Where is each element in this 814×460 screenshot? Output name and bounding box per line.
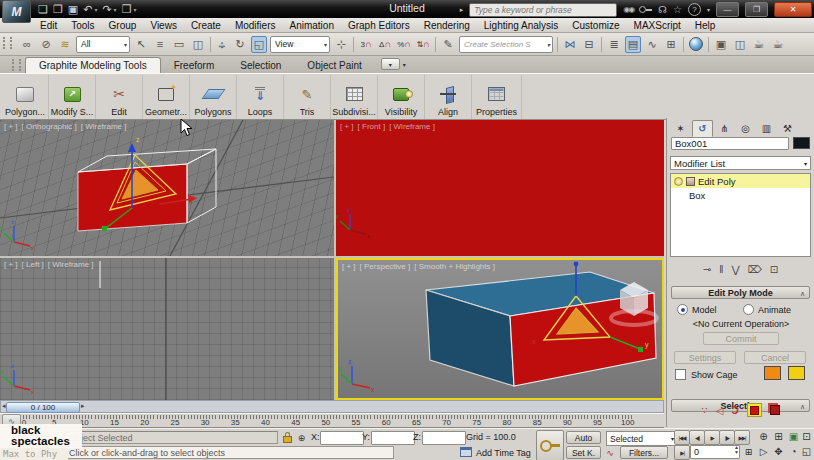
model-radio[interactable] — [677, 304, 688, 315]
add-time-tag-icon[interactable] — [460, 447, 472, 457]
create-tab-icon[interactable]: ✶ — [671, 121, 690, 136]
ribbon-button-align[interactable]: Align — [425, 75, 472, 119]
align-icon[interactable]: ⊟ — [581, 36, 597, 53]
search-expand-icon[interactable]: ▸ — [460, 6, 464, 14]
zoom-extents-all-icon[interactable]: ⊡ — [799, 430, 814, 443]
ribbon-overflow-icon[interactable]: ▾ — [403, 61, 406, 68]
display-tab-icon[interactable]: ▥ — [757, 121, 776, 136]
menu-item[interactable]: MAXScript — [627, 20, 688, 31]
commit-button[interactable]: Commit — [703, 332, 779, 345]
material-editor-icon[interactable] — [688, 36, 704, 53]
remove-modifier-icon[interactable]: ⌦ — [748, 264, 762, 275]
ribbon-button-geometry-all[interactable]: ✦ Geometr... — [143, 75, 190, 119]
mirror-icon[interactable]: ⋈ — [562, 36, 578, 53]
modifier-stack-item-edit-poly[interactable]: Edit Poly — [671, 174, 810, 188]
viewport-menu-icon[interactable]: [ + ] — [342, 262, 356, 271]
menu-item[interactable]: Graph Editors — [341, 20, 417, 31]
select-and-manipulate-icon[interactable]: ⊹ — [333, 36, 349, 53]
previous-frame-button[interactable]: ◀|| — [689, 430, 705, 445]
viewport-orthographic[interactable]: [ + ] [ Orthographic ] [ Wireframe ] — [0, 120, 334, 256]
modifier-stack-item-box[interactable]: Box — [671, 188, 810, 202]
show-end-result-icon[interactable]: ‖ — [719, 264, 723, 275]
zoom-all-icon[interactable]: ⊞ — [771, 430, 786, 443]
ribbon-button-edit[interactable]: ✂ Edit — [96, 75, 143, 119]
ribbon-tab[interactable]: Selection — [227, 58, 294, 73]
object-name-field[interactable]: Box001 — [671, 137, 789, 150]
modifier-enabled-bulb-icon[interactable] — [674, 177, 683, 186]
open-file-icon[interactable]: ❐ — [53, 3, 63, 16]
favorites-star-icon[interactable]: ☆ — [673, 4, 682, 15]
frame-spinner[interactable]: ▲▼ — [734, 445, 739, 455]
menu-item[interactable]: Animation — [282, 20, 340, 31]
edit-poly-mode-rollout-header[interactable]: Edit Poly Mode∧ — [671, 286, 810, 299]
minimize-button[interactable]: — — [716, 2, 739, 17]
hierarchy-tab-icon[interactable]: ⋔ — [715, 121, 734, 136]
search-icon[interactable]: ◉◉ — [623, 5, 633, 14]
track-bar[interactable]: 0510152025303540455055606570758085909510… — [0, 413, 664, 428]
rectangular-selection-region-icon[interactable]: ▭ — [171, 36, 187, 53]
time-slider-handle[interactable]: 0 / 100 — [6, 402, 80, 413]
ribbon-minimize-icon[interactable]: ▾ — [381, 58, 400, 70]
play-button[interactable]: ▶ — [704, 430, 720, 445]
ribbon-button-polygons[interactable]: Polygons — [190, 75, 237, 119]
reference-coordinate-dropdown[interactable]: View▾ — [270, 36, 330, 53]
settings-button[interactable]: Settings — [674, 351, 736, 364]
key-filters-curve-icon[interactable]: ∿ — [603, 446, 617, 459]
set-key-button[interactable]: Set K. — [566, 446, 601, 459]
menu-item[interactable]: Help — [688, 20, 723, 31]
curve-editor-icon[interactable]: ∿ — [644, 36, 660, 53]
next-frame-button[interactable]: ||▶ — [719, 430, 735, 445]
subscription-key-icon[interactable] — [639, 6, 652, 13]
viewport-name-label[interactable]: [ Left ] — [22, 260, 44, 269]
edit-named-selection-sets-icon[interactable]: ✎ — [440, 36, 456, 53]
viewport-shading-label[interactable]: [ Wireframe ] — [389, 122, 435, 131]
selection-filter-dropdown[interactable]: All▾ — [76, 36, 130, 53]
menu-item[interactable]: Views — [143, 20, 184, 31]
polygon-subobject-icon[interactable] — [747, 403, 762, 417]
border-subobject-icon[interactable]: Ɔ — [731, 405, 738, 416]
pan-hand-icon[interactable]: ✥ — [771, 445, 786, 458]
viewport-name-label[interactable]: [ Front ] — [358, 122, 386, 131]
render-production-teapot-icon[interactable]: ☕ — [751, 36, 767, 53]
ribbon-tab[interactable]: Freeform — [161, 58, 228, 73]
ribbon-button-loops[interactable]: ⇓ Loops — [237, 75, 284, 119]
time-slider-left-arrow[interactable]: ◂ — [2, 402, 6, 410]
schematic-view-icon[interactable]: ⊞ — [663, 36, 679, 53]
project-dropdown-icon[interactable]: ▾ — [134, 6, 137, 13]
ribbon-button-visibility[interactable]: Visibility — [378, 75, 425, 119]
zoom-icon[interactable]: ⊕ — [756, 430, 771, 443]
add-time-tag-label[interactable]: Add Time Tag — [476, 448, 531, 458]
time-configuration-icon[interactable]: ⊞ — [741, 445, 756, 458]
render-setup-icon[interactable]: ▣ — [713, 36, 729, 53]
snap-toggle-icon[interactable]: 3∩ — [358, 36, 374, 53]
x-coordinate-field[interactable] — [320, 431, 364, 445]
menu-item[interactable]: Lighting Analysis — [477, 20, 566, 31]
menu-item[interactable]: Customize — [565, 20, 626, 31]
viewport-shading-label[interactable]: [ Smooth + Highlights ] — [414, 262, 495, 271]
viewport-menu-icon[interactable]: [ + ] — [4, 122, 18, 131]
viewport-left[interactable]: [ + ] [ Left ] [ Wireframe ] z x y — [0, 258, 334, 400]
go-to-end-button[interactable]: ▶▶| — [734, 430, 750, 445]
render-iterative-teapot-icon[interactable]: ☕ — [770, 36, 786, 53]
ribbon-tab[interactable]: Object Paint — [294, 58, 374, 73]
menu-item[interactable]: Group — [102, 20, 144, 31]
modifier-list-dropdown[interactable]: Modifier List▾ — [670, 156, 811, 170]
pin-stack-icon[interactable]: ⊸ — [703, 264, 711, 275]
ribbon-button-properties[interactable]: Properties — [472, 75, 522, 119]
configure-modifier-sets-icon[interactable]: ⊡ — [770, 264, 778, 275]
ribbon-tab[interactable]: Graphite Modeling Tools — [25, 57, 161, 73]
key-step-toggle[interactable]: ▶| — [674, 445, 690, 460]
animate-radio[interactable] — [743, 304, 754, 315]
viewport-shading-label[interactable]: [ Wireframe ] — [48, 260, 94, 269]
set-key-mode-button[interactable] — [536, 430, 564, 460]
save-file-icon[interactable]: ▣ — [68, 3, 78, 16]
make-unique-icon[interactable]: ⋁ — [731, 264, 739, 275]
select-by-name-icon[interactable]: ≡ — [152, 36, 168, 53]
select-object-icon[interactable]: ↖ — [133, 36, 149, 53]
new-file-icon[interactable]: ❏ — [38, 3, 48, 16]
bind-to-space-warp-icon[interactable]: ≋ — [57, 36, 73, 53]
time-slider[interactable]: ◂ 0 / 100 ▸ — [0, 400, 664, 413]
graphite-ribbon-toggle-icon[interactable]: ▤ — [625, 36, 641, 53]
auto-key-button[interactable]: Auto — [566, 431, 601, 444]
utilities-tab-icon[interactable]: ⚒ — [778, 121, 797, 136]
